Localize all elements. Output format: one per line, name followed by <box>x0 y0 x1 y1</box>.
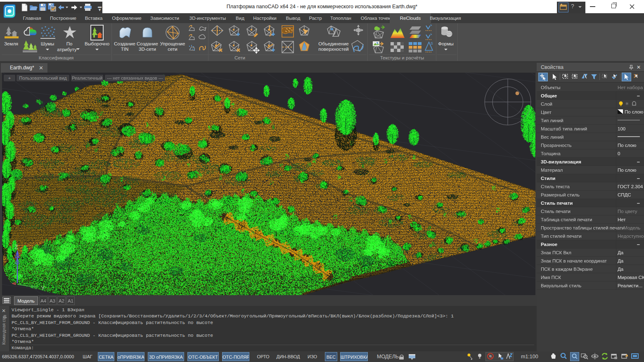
svg-text:Z: Z <box>14 244 18 250</box>
svg-text:✳: ✳ <box>625 101 629 106</box>
svg-text:По слою: По слою <box>625 109 644 114</box>
svg-text:Y: Y <box>41 285 45 291</box>
